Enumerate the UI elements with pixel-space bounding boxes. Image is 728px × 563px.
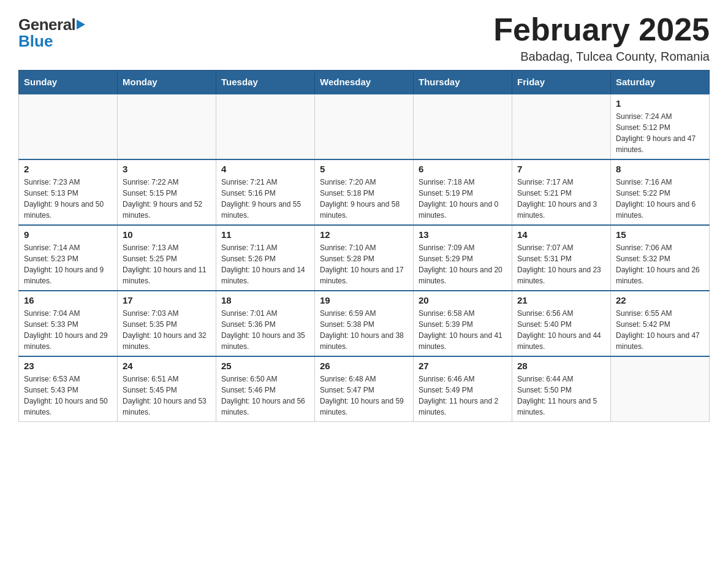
calendar-cell: 22Sunrise: 6:55 AMSunset: 5:42 PMDayligh… [611,291,710,356]
day-number: 14 [517,229,605,240]
day-info: Sunrise: 6:56 AMSunset: 5:40 PMDaylight:… [517,308,605,352]
day-number: 16 [24,295,112,305]
calendar-cell: 18Sunrise: 7:01 AMSunset: 5:36 PMDayligh… [216,291,315,356]
day-number: 22 [616,295,704,305]
logo: General Blue [18,12,85,51]
day-info: Sunrise: 7:04 AMSunset: 5:33 PMDaylight:… [24,308,112,352]
day-info: Sunrise: 7:06 AMSunset: 5:32 PMDaylight:… [616,242,704,286]
day-info: Sunrise: 7:22 AMSunset: 5:15 PMDaylight:… [123,177,211,221]
calendar-cell: 7Sunrise: 7:17 AMSunset: 5:21 PMDaylight… [512,159,611,225]
day-info: Sunrise: 6:51 AMSunset: 5:45 PMDaylight:… [123,373,211,418]
calendar-cell: 10Sunrise: 7:13 AMSunset: 5:25 PMDayligh… [118,225,216,291]
day-number: 27 [419,361,507,371]
day-number: 1 [616,98,704,109]
day-info: Sunrise: 7:14 AMSunset: 5:23 PMDaylight:… [24,242,112,286]
day-info: Sunrise: 6:55 AMSunset: 5:42 PMDaylight:… [616,308,704,352]
calendar-cell: 14Sunrise: 7:07 AMSunset: 5:31 PMDayligh… [512,225,611,291]
calendar-week-row: 16Sunrise: 7:04 AMSunset: 5:33 PMDayligh… [19,291,710,356]
header-wednesday: Wednesday [315,71,414,94]
calendar-cell: 12Sunrise: 7:10 AMSunset: 5:28 PMDayligh… [315,225,414,291]
day-info: Sunrise: 6:44 AMSunset: 5:50 PMDaylight:… [517,373,605,418]
day-number: 8 [616,164,704,174]
day-number: 13 [419,229,507,240]
day-number: 7 [517,164,605,174]
day-number: 10 [123,229,211,240]
day-info: Sunrise: 7:11 AMSunset: 5:26 PMDaylight:… [221,242,309,286]
header-friday: Friday [512,71,611,94]
calendar-cell: 8Sunrise: 7:16 AMSunset: 5:22 PMDaylight… [611,159,710,225]
calendar-cell: 1Sunrise: 7:24 AMSunset: 5:12 PMDaylight… [611,94,710,159]
day-info: Sunrise: 7:16 AMSunset: 5:22 PMDaylight:… [616,177,704,221]
calendar-cell: 27Sunrise: 6:46 AMSunset: 5:49 PMDayligh… [414,356,512,422]
day-number: 26 [320,361,408,371]
calendar-week-row: 1Sunrise: 7:24 AMSunset: 5:12 PMDaylight… [19,94,710,159]
weekday-header-row: Sunday Monday Tuesday Wednesday Thursday… [19,71,710,94]
title-block: February 2025 Babadag, Tulcea County, Ro… [493,12,710,64]
day-info: Sunrise: 7:01 AMSunset: 5:36 PMDaylight:… [221,308,309,352]
day-info: Sunrise: 7:17 AMSunset: 5:21 PMDaylight:… [517,177,605,221]
day-info: Sunrise: 7:03 AMSunset: 5:35 PMDaylight:… [123,308,211,352]
calendar-cell [512,94,611,159]
calendar-cell: 3Sunrise: 7:22 AMSunset: 5:15 PMDaylight… [118,159,216,225]
day-info: Sunrise: 6:48 AMSunset: 5:47 PMDaylight:… [320,373,408,418]
header-sunday: Sunday [19,71,118,94]
calendar-week-row: 23Sunrise: 6:53 AMSunset: 5:43 PMDayligh… [19,356,710,422]
day-info: Sunrise: 7:13 AMSunset: 5:25 PMDaylight:… [123,242,211,286]
calendar-body: 1Sunrise: 7:24 AMSunset: 5:12 PMDaylight… [19,94,710,422]
day-number: 2 [24,164,112,174]
calendar-cell: 2Sunrise: 7:23 AMSunset: 5:13 PMDaylight… [19,159,118,225]
day-number: 20 [419,295,507,305]
day-number: 19 [320,295,408,305]
calendar-cell [414,94,512,159]
calendar-cell: 13Sunrise: 7:09 AMSunset: 5:29 PMDayligh… [414,225,512,291]
day-info: Sunrise: 7:21 AMSunset: 5:16 PMDaylight:… [221,177,309,221]
page-title: February 2025 [493,12,710,47]
calendar-cell: 6Sunrise: 7:18 AMSunset: 5:19 PMDaylight… [414,159,512,225]
day-number: 12 [320,229,408,240]
day-info: Sunrise: 6:53 AMSunset: 5:43 PMDaylight:… [24,373,112,418]
calendar-cell [19,94,118,159]
day-number: 24 [123,361,211,371]
calendar-cell [118,94,216,159]
day-info: Sunrise: 7:18 AMSunset: 5:19 PMDaylight:… [419,177,507,221]
day-number: 23 [24,361,112,371]
calendar-week-row: 2Sunrise: 7:23 AMSunset: 5:13 PMDaylight… [19,159,710,225]
header-tuesday: Tuesday [216,71,315,94]
header-thursday: Thursday [414,71,512,94]
calendar-cell: 28Sunrise: 6:44 AMSunset: 5:50 PMDayligh… [512,356,611,422]
day-info: Sunrise: 7:09 AMSunset: 5:29 PMDaylight:… [419,242,507,286]
page-header: General Blue February 2025 Babadag, Tulc… [18,12,710,64]
calendar-header: Sunday Monday Tuesday Wednesday Thursday… [19,71,710,94]
calendar-cell: 19Sunrise: 6:59 AMSunset: 5:38 PMDayligh… [315,291,414,356]
day-number: 17 [123,295,211,305]
day-number: 25 [221,361,309,371]
calendar-cell: 15Sunrise: 7:06 AMSunset: 5:32 PMDayligh… [611,225,710,291]
day-info: Sunrise: 7:07 AMSunset: 5:31 PMDaylight:… [517,242,605,286]
calendar-cell: 20Sunrise: 6:58 AMSunset: 5:39 PMDayligh… [414,291,512,356]
calendar-cell: 11Sunrise: 7:11 AMSunset: 5:26 PMDayligh… [216,225,315,291]
calendar-cell: 5Sunrise: 7:20 AMSunset: 5:18 PMDaylight… [315,159,414,225]
calendar-cell: 21Sunrise: 6:56 AMSunset: 5:40 PMDayligh… [512,291,611,356]
calendar-cell: 23Sunrise: 6:53 AMSunset: 5:43 PMDayligh… [19,356,118,422]
day-info: Sunrise: 7:10 AMSunset: 5:28 PMDaylight:… [320,242,408,286]
day-number: 6 [419,164,507,174]
day-number: 3 [123,164,211,174]
calendar-cell [216,94,315,159]
day-info: Sunrise: 7:24 AMSunset: 5:12 PMDaylight:… [616,111,704,155]
day-info: Sunrise: 6:50 AMSunset: 5:46 PMDaylight:… [221,373,309,418]
day-number: 5 [320,164,408,174]
day-info: Sunrise: 6:58 AMSunset: 5:39 PMDaylight:… [419,308,507,352]
calendar-cell: 24Sunrise: 6:51 AMSunset: 5:45 PMDayligh… [118,356,216,422]
calendar-cell [611,356,710,422]
calendar-table: Sunday Monday Tuesday Wednesday Thursday… [18,70,710,422]
calendar-cell: 25Sunrise: 6:50 AMSunset: 5:46 PMDayligh… [216,356,315,422]
calendar-cell: 9Sunrise: 7:14 AMSunset: 5:23 PMDaylight… [19,225,118,291]
day-info: Sunrise: 6:59 AMSunset: 5:38 PMDaylight:… [320,308,408,352]
header-saturday: Saturday [611,71,710,94]
calendar-cell: 26Sunrise: 6:48 AMSunset: 5:47 PMDayligh… [315,356,414,422]
day-number: 21 [517,295,605,305]
logo-blue-text: Blue [18,32,53,51]
page-subtitle: Babadag, Tulcea County, Romania [493,50,710,64]
calendar-cell: 4Sunrise: 7:21 AMSunset: 5:16 PMDaylight… [216,159,315,225]
calendar-cell [315,94,414,159]
